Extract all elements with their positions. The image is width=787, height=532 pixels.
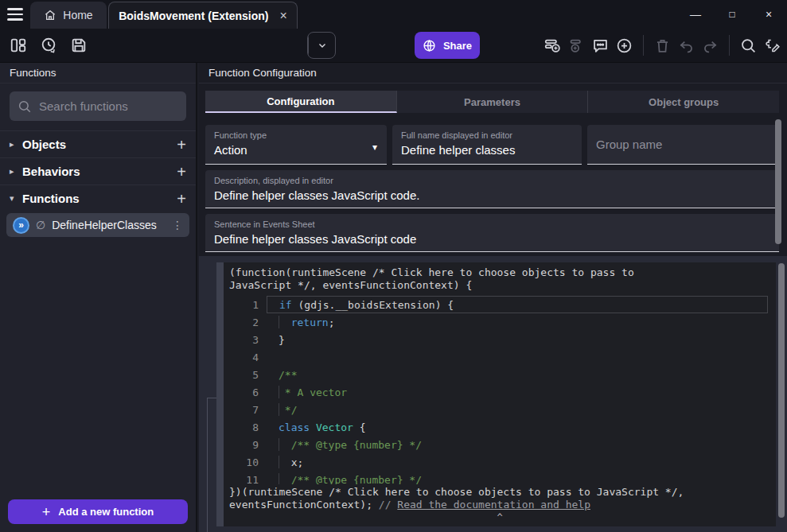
add-event-icon[interactable] xyxy=(544,37,561,54)
titlebar: Home BoidsMovement (Extension) × — □ × xyxy=(0,0,787,29)
tab-project-label: BoidsMovement (Extension) xyxy=(119,10,268,22)
delete-icon[interactable] xyxy=(654,37,671,54)
history-icon[interactable] xyxy=(40,37,57,54)
sidebar-header: Functions xyxy=(0,63,196,83)
line-number: 3 xyxy=(224,334,259,346)
code-line[interactable]: 3} xyxy=(224,331,776,348)
line-number: 9 xyxy=(224,439,259,451)
code-editor[interactable]: 1if (gdjs.__boidsExtension) {2 return;3}… xyxy=(224,296,776,484)
tab-project[interactable]: BoidsMovement (Extension) × xyxy=(108,2,298,29)
function-icon: » xyxy=(13,217,29,234)
line-number: 11 xyxy=(224,474,259,485)
toolbar: Preview Share xyxy=(0,29,787,63)
undo-icon[interactable] xyxy=(678,37,695,54)
code-line[interactable]: 8class Vector { xyxy=(224,418,776,436)
function-item-definehelperclasses[interactable]: » ∅ DefineHelperClasses ⋮ xyxy=(6,213,189,237)
search-functions-input[interactable]: Search functions xyxy=(10,91,186,121)
events-sheet: (function(runtimeScene /* Click here to … xyxy=(199,256,787,532)
add-function-button[interactable]: + xyxy=(177,191,186,207)
add-comment-icon[interactable] xyxy=(592,37,609,54)
code-line[interactable]: 6 * A vector xyxy=(224,383,776,401)
minimize-button[interactable]: — xyxy=(677,8,714,21)
window-controls: — □ × xyxy=(677,0,787,29)
line-number: 10 xyxy=(224,456,259,468)
line-number: 7 xyxy=(224,404,259,416)
code-line-text[interactable]: class Vector { xyxy=(267,418,768,436)
code-line[interactable]: 11 /** @type {number} */ xyxy=(224,471,776,484)
sidebar-item-functions[interactable]: ▾ Functions + xyxy=(0,184,196,212)
search-icon xyxy=(18,99,32,114)
code-line[interactable]: 10 x; xyxy=(224,453,776,471)
config-tabs: Configuration Parameters Object groups xyxy=(205,91,779,113)
description-field[interactable]: Description, displayed in editor Define … xyxy=(205,170,779,208)
maximize-button[interactable]: □ xyxy=(714,9,750,20)
code-line-text[interactable]: /** @type {number} */ xyxy=(267,471,768,484)
code-line[interactable]: 2 return; xyxy=(224,313,776,331)
close-button[interactable]: × xyxy=(750,8,787,21)
tab-configuration[interactable]: Configuration xyxy=(205,91,397,113)
add-new-function-button[interactable]: + Add a new function xyxy=(8,499,188,524)
sidebar-item-objects[interactable]: ▸ Objects + xyxy=(0,130,196,157)
share-label: Share xyxy=(443,40,472,52)
code-line-text[interactable]: /** xyxy=(267,366,768,383)
line-number: 8 xyxy=(224,421,259,433)
config-scrollbar[interactable] xyxy=(775,119,781,244)
function-type-select[interactable]: Function type Action ▾ xyxy=(205,125,387,165)
code-line-text[interactable]: return; xyxy=(267,313,768,331)
line-number: 1 xyxy=(224,299,259,311)
edit-extension-icon[interactable] xyxy=(764,37,781,54)
collapse-chevron-icon[interactable]: ^ xyxy=(224,512,776,526)
globe-icon xyxy=(423,39,436,52)
js-code-event[interactable]: (function(runtimeScene /* Click here to … xyxy=(224,262,776,526)
code-line-text[interactable]: */ xyxy=(267,401,768,418)
sentence-field[interactable]: Sentence in Events Sheet Define helper c… xyxy=(205,214,779,252)
share-button[interactable]: Share xyxy=(415,32,480,59)
tab-object-groups[interactable]: Object groups xyxy=(588,91,779,113)
line-number: 4 xyxy=(224,351,259,363)
panels-icon[interactable] xyxy=(10,37,27,54)
plus-icon: + xyxy=(42,505,51,519)
chevron-down-icon[interactable]: ▾ xyxy=(10,193,22,204)
code-line-text[interactable]: } xyxy=(267,331,768,348)
tab-home[interactable]: Home xyxy=(30,2,107,29)
code-line-text[interactable]: x; xyxy=(267,453,768,471)
chevron-right-icon[interactable]: ▸ xyxy=(10,166,22,177)
home-icon xyxy=(44,9,56,21)
tab-home-label: Home xyxy=(63,9,92,21)
code-line[interactable]: 4 xyxy=(224,348,776,366)
code-line[interactable]: 7 */ xyxy=(224,401,776,418)
search-icon[interactable] xyxy=(740,37,757,54)
preview-split-button: Preview xyxy=(307,32,336,59)
sidebar-item-behaviors[interactable]: ▸ Behaviors + xyxy=(0,157,196,184)
tab-close-icon[interactable]: × xyxy=(279,10,286,22)
code-line[interactable]: 9 /** @type {number} */ xyxy=(224,436,776,453)
events-scrollbar[interactable] xyxy=(778,263,785,518)
event-drag-handle[interactable] xyxy=(216,262,224,526)
tab-parameters[interactable]: Parameters xyxy=(397,91,589,113)
code-line-text[interactable]: * A vector xyxy=(267,383,768,401)
redo-icon[interactable] xyxy=(702,37,719,54)
toolbar-left-group xyxy=(10,29,88,62)
toolbar-separator xyxy=(643,35,644,56)
dropdown-caret-icon[interactable]: ▾ xyxy=(372,142,377,153)
full-name-field[interactable]: Full name displayed in editor Define hel… xyxy=(392,125,582,165)
add-subevent-icon[interactable] xyxy=(568,37,585,54)
documentation-link[interactable]: Read the documentation and help xyxy=(397,499,590,511)
code-line-text[interactable]: if (gdjs.__boidsExtension) { xyxy=(267,296,768,313)
save-icon[interactable] xyxy=(70,37,88,54)
code-line-text[interactable]: /** @type {number} */ xyxy=(267,436,768,453)
code-line[interactable]: 1if (gdjs.__boidsExtension) { xyxy=(224,296,776,313)
add-behavior-button[interactable]: + xyxy=(177,164,186,180)
chevron-down-icon xyxy=(317,40,328,51)
add-other-event-icon[interactable] xyxy=(616,37,633,54)
add-object-button[interactable]: + xyxy=(177,137,186,153)
preview-dropdown-button[interactable] xyxy=(309,33,335,58)
code-line-text[interactable] xyxy=(267,348,768,366)
code-line[interactable]: 5/** xyxy=(224,366,776,383)
toolbar-separator xyxy=(729,35,730,56)
item-menu-icon[interactable]: ⋮ xyxy=(172,219,183,231)
main-menu-button[interactable] xyxy=(0,0,30,29)
chevron-right-icon[interactable]: ▸ xyxy=(10,139,22,150)
group-name-field[interactable]: Group name xyxy=(587,125,779,165)
code-header[interactable]: (function(runtimeScene /* Click here to … xyxy=(224,262,697,293)
